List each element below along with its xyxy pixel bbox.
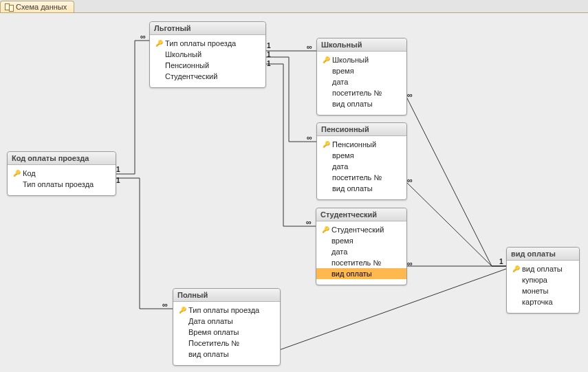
- tab-schema[interactable]: Схема данных: [0, 1, 74, 12]
- table-fields: 🔑Студентческий время дата посетитель № в…: [316, 221, 406, 285]
- field-label: вид оплаты: [522, 264, 563, 274]
- field[interactable]: Дата оплаты: [177, 316, 276, 327]
- key-icon: 🔑: [512, 264, 519, 274]
- field-label: Тип оплаты проезда: [188, 305, 259, 315]
- key-icon: 🔑: [323, 140, 329, 149]
- card-one: 1: [267, 42, 271, 50]
- card-many: ∞: [162, 300, 167, 309]
- card-many: ∞: [307, 43, 312, 51]
- field-label: посетитель №: [332, 88, 382, 98]
- field[interactable]: дата: [321, 161, 402, 172]
- field-label: Тип оплаты проезда: [165, 39, 236, 48]
- field-label: посетитель №: [332, 173, 382, 182]
- table-fields: 🔑Тип оплаты проезда Дата оплаты Время оп…: [173, 302, 280, 365]
- diagram-canvas[interactable]: 1 ∞ 1 ∞ 1 ∞ 1 ∞ 1 ∞ ∞ ∞ ∞ 1 ∞ Код оплаты…: [0, 12, 588, 372]
- card-many: ∞: [407, 91, 412, 99]
- field-label: Время оплаты: [188, 327, 239, 337]
- field-label: Школьный: [332, 55, 369, 65]
- field-label: вид оплаты: [331, 269, 372, 278]
- tab-bar: Схема данных: [0, 0, 74, 12]
- field-label: время: [332, 66, 354, 76]
- card-one: 1: [499, 258, 503, 265]
- table-title: Льготный: [150, 22, 265, 35]
- field-label: купюра: [522, 275, 547, 285]
- field[interactable]: вид оплаты: [177, 349, 276, 360]
- key-icon: 🔑: [155, 39, 162, 48]
- key-icon: 🔑: [322, 225, 329, 234]
- field[interactable]: карточка: [511, 296, 575, 307]
- table-pens[interactable]: Пенсионный 🔑Пенсионный время дата посети…: [316, 122, 407, 200]
- tab-label: Схема данных: [16, 3, 67, 11]
- field-label: дата: [332, 162, 348, 171]
- field-label: вид оплаты: [332, 184, 373, 193]
- table-title: Школьный: [317, 39, 406, 52]
- table-title: вид оплаты: [507, 248, 579, 261]
- field[interactable]: Время оплаты: [177, 327, 276, 338]
- table-shkol[interactable]: Школьный 🔑Школьный время дата посетитель…: [316, 38, 407, 116]
- field[interactable]: дата: [320, 246, 402, 257]
- table-stud[interactable]: Студентческий 🔑Студентческий время дата …: [316, 208, 407, 285]
- table-vid[interactable]: вид оплаты 🔑вид оплаты купюра монеты кар…: [506, 247, 580, 314]
- field[interactable]: время: [321, 65, 402, 76]
- field-selected[interactable]: вид оплаты: [316, 268, 406, 279]
- field[interactable]: 🔑Школьный: [321, 54, 402, 65]
- table-title: Пенсионный: [317, 123, 406, 136]
- field[interactable]: Тип оплаты проезда: [12, 179, 111, 190]
- field[interactable]: монеты: [511, 285, 575, 296]
- field[interactable]: Школьный: [154, 49, 261, 60]
- card-many: ∞: [307, 133, 312, 142]
- card-one: 1: [267, 51, 271, 58]
- field-label: вид оплаты: [188, 349, 229, 359]
- field[interactable]: 🔑Тип оплаты проезда: [154, 38, 261, 49]
- table-poln[interactable]: Полный 🔑Тип оплаты проезда Дата оплаты В…: [173, 288, 281, 366]
- field[interactable]: Студентческий: [154, 71, 261, 82]
- field[interactable]: Посетитель №: [177, 338, 276, 349]
- field[interactable]: вид оплаты: [321, 183, 402, 194]
- field[interactable]: 🔑вид оплаты: [511, 263, 575, 274]
- field-label: Школьный: [165, 50, 202, 59]
- field-label: Пенсионный: [165, 61, 209, 70]
- field-label: дата: [331, 247, 347, 256]
- field-label: монеты: [522, 286, 548, 296]
- card-one: 1: [116, 177, 120, 184]
- table-kod[interactable]: Код оплаты проезда 🔑Код Тип оплаты проез…: [7, 151, 116, 196]
- card-many: ∞: [306, 218, 311, 226]
- field-label: Пенсионный: [332, 140, 376, 149]
- field-label: время: [331, 236, 353, 245]
- field-label: посетитель №: [331, 258, 381, 267]
- table-title: Полный: [173, 289, 280, 302]
- key-icon: 🔑: [13, 168, 20, 178]
- field[interactable]: 🔑Студентческий: [320, 224, 402, 235]
- field[interactable]: посетитель №: [321, 87, 402, 98]
- field[interactable]: время: [321, 150, 402, 161]
- table-title: Студентческий: [316, 208, 406, 221]
- field[interactable]: купюра: [511, 274, 575, 285]
- field[interactable]: 🔑Тип оплаты проезда: [177, 305, 276, 316]
- field[interactable]: посетитель №: [321, 172, 402, 183]
- field[interactable]: 🔑Код: [12, 168, 111, 179]
- table-lgot[interactable]: Льготный 🔑Тип оплаты проезда Школьный Пе…: [149, 21, 266, 88]
- field[interactable]: дата: [321, 76, 402, 87]
- field-label: карточка: [522, 297, 553, 307]
- field[interactable]: посетитель №: [320, 257, 402, 268]
- card-one: 1: [116, 166, 120, 173]
- field[interactable]: время: [320, 235, 402, 246]
- field[interactable]: вид оплаты: [321, 98, 402, 109]
- field-label: вид оплаты: [332, 99, 373, 109]
- card-many: ∞: [140, 32, 145, 41]
- field-label: Тип оплаты проезда: [23, 179, 94, 189]
- field[interactable]: Пенсионный: [154, 60, 261, 71]
- table-fields: 🔑Код Тип оплаты проезда: [8, 165, 116, 195]
- table-fields: 🔑Школьный время дата посетитель № вид оп…: [317, 52, 406, 115]
- table-fields: 🔑Пенсионный время дата посетитель № вид …: [317, 136, 406, 199]
- field-label: время: [332, 151, 354, 160]
- table-fields: 🔑Тип оплаты проезда Школьный Пенсионный …: [150, 35, 265, 87]
- field-label: Код: [23, 168, 36, 178]
- field-label: Студентческий: [331, 225, 384, 234]
- field[interactable]: 🔑Пенсионный: [321, 139, 402, 150]
- key-icon: 🔑: [179, 305, 186, 315]
- table-fields: 🔑вид оплаты купюра монеты карточка: [507, 261, 579, 313]
- field-label: Студентческий: [165, 72, 217, 81]
- key-icon: 🔑: [323, 55, 329, 65]
- table-title: Код оплаты проезда: [8, 152, 116, 165]
